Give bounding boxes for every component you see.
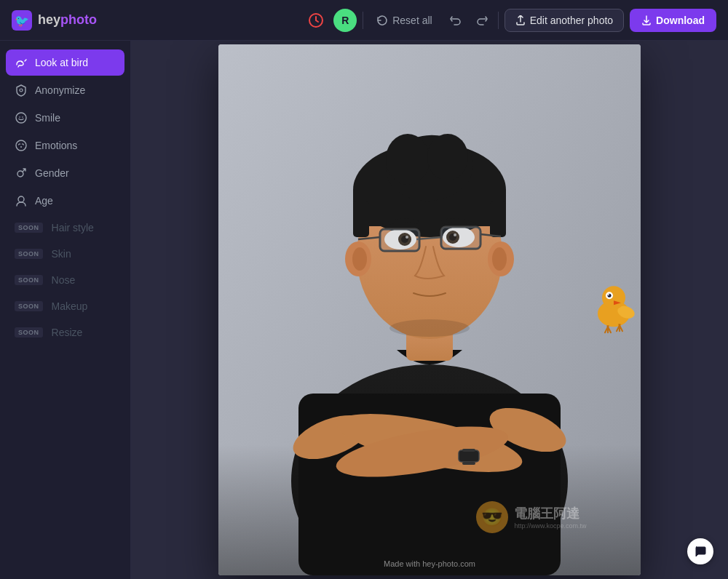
svg-point-54 xyxy=(608,294,612,298)
svg-point-10 xyxy=(17,171,23,177)
svg-rect-42 xyxy=(380,229,419,251)
sidebar-item-anonymize-label: Anonymize xyxy=(35,84,85,96)
svg-text:🐦: 🐦 xyxy=(15,14,29,28)
redo-icon xyxy=(476,15,488,26)
soon-badge-nose: SOON xyxy=(15,275,43,285)
svg-point-8 xyxy=(16,140,26,151)
sidebar: Look at bird Anonymize Smi xyxy=(0,41,131,579)
divider xyxy=(363,12,363,29)
svg-point-11 xyxy=(18,196,24,202)
sidebar-item-look-at-bird-label: Look at bird xyxy=(35,57,88,68)
upload-icon xyxy=(515,15,526,25)
shield-icon xyxy=(15,84,28,97)
sidebar-item-smile-label: Smile xyxy=(35,112,60,124)
sidebar-item-nose-label: Nose xyxy=(52,274,76,286)
svg-rect-46 xyxy=(459,450,479,462)
svg-point-24 xyxy=(352,247,367,271)
app-header: 🐦 heyphoto R Reset all xyxy=(0,0,728,41)
svg-text:Made with hey-photo.com: Made with hey-photo.com xyxy=(384,559,475,568)
bird-icon xyxy=(15,56,28,69)
svg-point-55 xyxy=(608,294,609,295)
soon-badge-hair: SOON xyxy=(15,223,43,233)
svg-point-4 xyxy=(20,89,23,92)
svg-point-5 xyxy=(16,113,26,123)
user-avatar[interactable]: R xyxy=(333,9,357,32)
svg-point-45 xyxy=(389,319,470,337)
svg-point-25 xyxy=(492,247,507,271)
undo-icon xyxy=(450,15,462,26)
reset-icon xyxy=(376,15,388,26)
app-logo-icon: 🐦 xyxy=(12,10,32,31)
sidebar-item-gender-label: Gender xyxy=(35,167,69,179)
timer-icon[interactable] xyxy=(304,9,328,32)
sidebar-item-skin-label: Skin xyxy=(52,248,71,260)
sidebar-item-gender[interactable]: Gender xyxy=(6,160,124,186)
svg-rect-47 xyxy=(462,449,475,452)
svg-point-52 xyxy=(602,286,625,309)
download-label: Download xyxy=(656,15,705,26)
sidebar-item-anonymize[interactable]: Anonymize xyxy=(6,77,124,103)
download-icon xyxy=(641,15,652,25)
reset-all-label: Reset all xyxy=(392,15,432,26)
header-actions: R Reset all xyxy=(304,9,716,32)
sidebar-item-makeup-label: Makeup xyxy=(52,300,88,312)
chat-icon xyxy=(694,545,707,558)
main-content: Look at bird Anonymize Smi xyxy=(0,41,728,579)
sidebar-item-look-at-bird[interactable]: Look at bird xyxy=(6,49,124,76)
sidebar-item-resize: SOON Resize xyxy=(6,320,124,345)
soon-badge-makeup: SOON xyxy=(15,301,43,311)
app-name: heyphoto xyxy=(38,12,97,28)
sidebar-item-nose: SOON Nose xyxy=(6,268,124,292)
sidebar-item-smile[interactable]: Smile xyxy=(6,105,124,131)
sidebar-item-hair-style-label: Hair style xyxy=(52,222,94,233)
watermark-logo-text: 電腦王阿達 xyxy=(514,505,586,522)
sidebar-item-emotions-label: Emotions xyxy=(35,140,77,151)
svg-point-30 xyxy=(427,134,468,180)
sidebar-item-hair-style: SOON Hair style xyxy=(6,215,124,240)
bird-mascot xyxy=(586,276,641,338)
photo-background: Made with hey-photo.com 😎 電腦王阿達 http://w… xyxy=(218,44,641,575)
edit-another-button[interactable]: Edit another photo xyxy=(505,9,624,32)
logo: 🐦 heyphoto xyxy=(12,10,97,31)
emotions-icon xyxy=(15,139,28,152)
sidebar-item-makeup: SOON Makeup xyxy=(6,294,124,319)
chat-bubble-button[interactable] xyxy=(687,538,713,564)
watermark-logo: 😎 電腦王阿達 http://www.kocpe.com.tw xyxy=(459,488,604,546)
svg-point-29 xyxy=(386,134,430,185)
soon-badge-resize: SOON xyxy=(15,327,43,338)
svg-rect-32 xyxy=(490,201,506,237)
redo-button[interactable] xyxy=(472,10,492,31)
sidebar-item-age[interactable]: Age xyxy=(6,188,124,214)
watermark-logo-url: http://www.kocpe.com.tw xyxy=(514,522,586,530)
svg-point-7 xyxy=(22,116,23,118)
svg-point-9 xyxy=(20,146,22,148)
gender-icon xyxy=(15,167,28,180)
age-icon xyxy=(15,194,28,207)
reset-all-button[interactable]: Reset all xyxy=(369,10,439,31)
sidebar-item-resize-label: Resize xyxy=(52,327,83,338)
svg-point-3 xyxy=(21,61,23,63)
edit-another-label: Edit another photo xyxy=(530,15,613,26)
svg-rect-44 xyxy=(441,227,480,249)
svg-rect-31 xyxy=(353,201,369,237)
soon-badge-skin: SOON xyxy=(15,249,43,259)
sidebar-item-age-label: Age xyxy=(35,195,53,207)
smile-icon xyxy=(15,111,28,124)
svg-point-6 xyxy=(19,116,20,118)
sidebar-item-skin: SOON Skin xyxy=(6,241,124,266)
undo-button[interactable] xyxy=(446,10,466,31)
divider-2 xyxy=(498,12,499,29)
photo-frame: Made with hey-photo.com 😎 電腦王阿達 http://w… xyxy=(218,44,641,575)
sidebar-item-emotions[interactable]: Emotions xyxy=(6,132,124,159)
bird-mascot-svg xyxy=(586,276,641,338)
svg-rect-48 xyxy=(462,462,475,465)
download-button[interactable]: Download xyxy=(630,9,716,32)
canvas-area: Made with hey-photo.com 😎 電腦王阿達 http://w… xyxy=(131,41,728,579)
